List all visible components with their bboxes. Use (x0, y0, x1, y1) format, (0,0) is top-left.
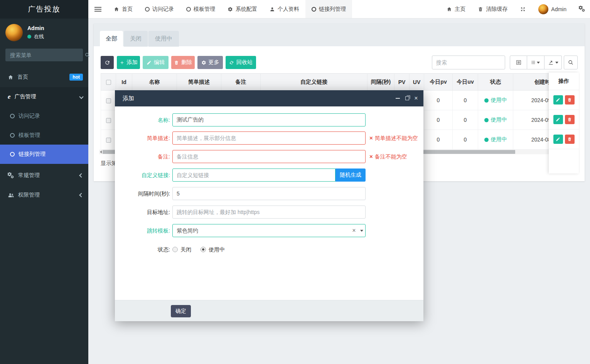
col-header-custom-link[interactable]: 自定义链接 (261, 74, 367, 91)
sidebar-item-ad-management[interactable]: e 广告管理 (0, 87, 88, 106)
radio-label: 使用中 (209, 246, 225, 253)
nav-tab-link-management[interactable]: 链接列管理 (305, 0, 352, 18)
delete-button[interactable]: 删除 (171, 56, 195, 69)
col-header-note[interactable]: 备注 (221, 74, 261, 91)
row-checkbox[interactable] (106, 138, 111, 143)
col-header-interval[interactable]: 间隔(秒) (367, 74, 394, 91)
target-url-input[interactable] (172, 206, 366, 219)
nav-user-menu[interactable]: Admin (532, 0, 573, 18)
search-icon[interactable] (84, 52, 90, 58)
col-header-today-pv[interactable]: 今日pv (424, 74, 453, 91)
nav-user-name: Admin (551, 6, 566, 12)
col-header-status[interactable]: 状态 (478, 74, 513, 91)
sidebar-item-general-management[interactable]: 常规管理 (0, 166, 88, 185)
trash-icon (567, 137, 572, 142)
minimize-button[interactable] (393, 90, 402, 106)
dialog-header[interactable]: 添加 × (115, 90, 423, 106)
hamburger-icon (94, 6, 101, 13)
row-edit-button[interactable] (553, 135, 563, 144)
row-checkbox[interactable] (106, 98, 111, 103)
maximize-button[interactable] (403, 90, 411, 106)
row-actions (549, 130, 579, 149)
row-delete-button[interactable] (565, 115, 575, 124)
fullscreen-button[interactable] (514, 0, 532, 18)
col-header-uv[interactable]: UV (410, 74, 424, 91)
dialog-footer: 确定 (115, 300, 423, 321)
error-x-icon: × (369, 150, 373, 163)
nav-settings-button[interactable] (573, 0, 590, 18)
sidebar-item-link-management[interactable]: 链接列管理 (0, 145, 88, 164)
trash-icon (174, 60, 179, 65)
columns-button[interactable] (527, 56, 544, 69)
sidebar-search-input[interactable] (5, 52, 84, 58)
field-label-note: 备注: (119, 150, 170, 163)
row-edit-button[interactable] (553, 115, 563, 124)
name-input[interactable] (172, 113, 366, 126)
note-input[interactable] (172, 150, 366, 163)
col-header-pv[interactable]: PV (394, 74, 410, 91)
sidebar-item-permission-management[interactable]: 权限管理 (0, 185, 88, 205)
col-header-id[interactable]: Id (116, 74, 132, 91)
select-all-header (101, 74, 116, 91)
field-label-desc: 简单描述: (119, 131, 170, 145)
confirm-button[interactable]: 确定 (171, 305, 191, 317)
circle-icon (312, 7, 316, 12)
col-header-desc[interactable]: 简单描述 (177, 74, 221, 91)
sidebar-toggle-button[interactable] (88, 0, 108, 18)
nav-tab-system-config[interactable]: 系统配置 (221, 0, 263, 18)
custom-link-input[interactable] (172, 169, 335, 182)
desc-input[interactable] (172, 131, 366, 145)
random-generate-button[interactable]: 随机生成 (335, 169, 366, 182)
select-all-checkbox[interactable] (106, 80, 111, 85)
nav-home-link[interactable]: 主页 (440, 0, 472, 18)
template-select[interactable]: 紫色简约 (172, 224, 366, 237)
edit-button[interactable]: 编辑 (143, 56, 169, 69)
pagination-toggle-button[interactable] (510, 56, 527, 69)
nav-tab-visit-records[interactable]: 访问记录 (139, 0, 180, 18)
dialog-title: 添加 (123, 95, 134, 102)
nav-tab-template-management[interactable]: 模板管理 (180, 0, 221, 18)
radio-in-use[interactable] (201, 247, 206, 252)
interval-input[interactable] (172, 187, 366, 200)
chevron-left-icon (79, 193, 83, 197)
more-button[interactable]: 更多 (197, 56, 223, 69)
tab-in-use[interactable]: 使用中 (148, 31, 179, 47)
refresh-button[interactable] (101, 56, 114, 69)
button-label: 添加 (127, 59, 138, 66)
nav-tab-label: 个人资料 (278, 6, 299, 13)
scroll-left-arrow[interactable] (100, 150, 102, 153)
tab-closed[interactable]: 关闭 (124, 31, 148, 47)
row-delete-button[interactable] (565, 95, 575, 104)
note-error: ×备注不能为空 (369, 150, 407, 163)
add-button[interactable]: 添加 (117, 56, 140, 69)
status-badge: 使用中 (484, 116, 507, 123)
export-button[interactable] (544, 56, 562, 69)
caret-down-icon[interactable] (360, 230, 363, 232)
nav-tab-home[interactable]: 首页 (108, 0, 139, 18)
home-icon (447, 7, 452, 12)
sidebar-item-visit-records[interactable]: 访问记录 (0, 106, 88, 126)
sidebar-item-template-management[interactable]: 模板管理 (0, 126, 88, 145)
col-header-today-uv[interactable]: 今日uv (453, 74, 478, 91)
nav-tab-label: 系统配置 (236, 6, 257, 13)
radio-closed[interactable] (172, 247, 178, 252)
recycle-bin-button[interactable]: 回收站 (226, 56, 256, 69)
nav-tab-profile[interactable]: 个人资料 (263, 0, 305, 18)
row-delete-button[interactable] (565, 135, 575, 144)
tab-all[interactable]: 全部 (100, 31, 123, 47)
col-header-name[interactable]: 名称 (132, 74, 177, 91)
close-button[interactable]: × (412, 90, 420, 106)
search-submit-button[interactable] (564, 56, 578, 69)
row-checkbox[interactable] (106, 118, 111, 123)
gear-icon (228, 7, 233, 12)
clear-selection-icon[interactable]: × (351, 224, 357, 237)
sidebar-item-home[interactable]: 首页 hot (0, 67, 88, 87)
row-edit-button[interactable] (553, 95, 563, 104)
app-root: 广告投放 Admin 在线 首页 hot e 广告管理 访问记录 (0, 0, 590, 364)
nav-clear-cache[interactable]: 清除缓存 (472, 0, 514, 18)
cell-today-pv: 0 (424, 130, 453, 150)
tab-label: 使用中 (155, 35, 172, 42)
table-search-input[interactable] (432, 56, 505, 69)
field-label-status: 状态: (119, 243, 170, 256)
sidebar-search (5, 49, 83, 61)
